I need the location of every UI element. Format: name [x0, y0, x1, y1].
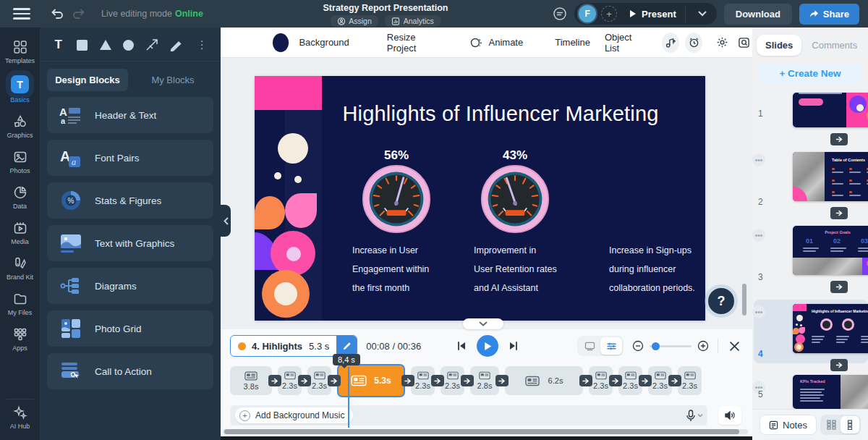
slide-thumbnail-1[interactable]	[793, 93, 868, 127]
microphone-button[interactable]	[686, 410, 703, 422]
create-new-slide-button[interactable]: + Create New	[758, 63, 862, 83]
transition-icon[interactable]	[495, 375, 509, 386]
present-button[interactable]: Present	[622, 6, 686, 22]
volume-button[interactable]	[718, 406, 741, 425]
object-list-label[interactable]: Object List	[605, 32, 643, 54]
resize-project-label[interactable]: Resize Project	[387, 32, 439, 54]
canvas-vertical-scrollbar[interactable]	[742, 284, 746, 316]
square-shape-tool[interactable]	[73, 36, 90, 54]
notes-button[interactable]: Notes	[760, 415, 817, 435]
background-label[interactable]: Background	[299, 37, 349, 48]
slide-transition-button[interactable]	[830, 207, 848, 219]
pen-tool[interactable]	[167, 36, 184, 54]
settings-gear-icon[interactable]	[714, 33, 730, 52]
horizontal-scrollbar-thumb[interactable]	[224, 429, 739, 434]
play-button[interactable]	[477, 335, 498, 357]
block-font-pairs[interactable]: Aa Font Pairs	[47, 140, 213, 176]
circle-shape-tool[interactable]	[120, 36, 137, 54]
transition-icon[interactable]	[609, 375, 622, 386]
sidebar-item-data[interactable]: Data	[0, 180, 40, 216]
analytics-button[interactable]: Analytics	[385, 15, 441, 27]
stat-value-2[interactable]: 43%	[480, 148, 550, 163]
download-button[interactable]: Download	[724, 4, 792, 25]
assign-button[interactable]: Assign	[330, 15, 379, 27]
avatar[interactable]: F	[579, 5, 596, 22]
animate-label[interactable]: Animate	[489, 37, 524, 48]
present-options-chevron-icon[interactable]	[691, 8, 714, 20]
sidebar-item-brand-kit[interactable]: Brand Kit	[0, 251, 40, 287]
document-title[interactable]: Strategy Report Presentation	[323, 3, 448, 13]
transition-icon[interactable]	[328, 375, 341, 386]
transition-icon[interactable]	[579, 375, 592, 386]
sidebar-item-media[interactable]: Media	[0, 216, 40, 251]
comments-icon[interactable]	[553, 7, 567, 21]
help-button[interactable]: ?	[708, 288, 734, 314]
slide-title[interactable]: Highlights of Influencer Marketing	[341, 102, 660, 126]
tab-slides[interactable]: Slides	[757, 35, 801, 56]
transition-icon[interactable]	[668, 375, 681, 386]
tab-my-blocks[interactable]: My Blocks	[132, 69, 213, 91]
block-header-text[interactable]: Aa Header & Text	[47, 97, 213, 133]
collapse-panel-chevron-icon[interactable]	[221, 205, 231, 237]
slide-thumbnail-3[interactable]: Project Goals 01 02 03	[793, 226, 868, 275]
block-diagrams[interactable]: Diagrams	[47, 268, 213, 304]
transition-icon[interactable]	[401, 375, 414, 386]
timeline-label[interactable]: Timeline	[555, 37, 590, 48]
close-timeline-icon[interactable]	[727, 342, 742, 351]
share-button[interactable]: Share	[799, 4, 859, 25]
collapse-timeline-chevron-icon[interactable]	[463, 318, 503, 329]
slide-transition-button[interactable]	[830, 281, 848, 293]
sidebar-item-photos[interactable]: Photos	[0, 145, 40, 180]
undo-icon[interactable]	[51, 8, 64, 20]
gauge-chart-1[interactable]	[362, 164, 431, 234]
timer-icon[interactable]	[685, 33, 702, 53]
grid-view-button[interactable]	[822, 416, 841, 433]
zoom-slider-handle[interactable]	[652, 342, 660, 350]
add-background-music-button[interactable]: + Add Background Music	[235, 407, 353, 423]
block-call-to-action[interactable]: Call to Action	[47, 353, 213, 389]
transition-icon[interactable]	[461, 375, 474, 386]
slide-thumbnail-4[interactable]: Highlights of Influencer Marketing	[793, 304, 868, 353]
hamburger-menu-icon[interactable]	[13, 5, 30, 22]
transition-icon[interactable]	[431, 375, 444, 386]
horizontal-scrollbar-track[interactable]	[223, 429, 748, 434]
preview-icon[interactable]	[736, 33, 752, 52]
timeline-zoom-slider[interactable]	[650, 345, 692, 347]
slide-thumbnail-2[interactable]: Table of Contents	[793, 152, 868, 201]
slide-thumbnail-5[interactable]: KPIs Tracked	[793, 375, 868, 409]
stat-value-1[interactable]: 56%	[362, 148, 431, 163]
stat-text-2[interactable]: Improvement inUser Retention ratesand AI…	[474, 241, 582, 297]
list-view-button[interactable]	[841, 416, 859, 433]
text-tool[interactable]: T	[50, 36, 67, 54]
playhead[interactable]	[348, 367, 349, 428]
sidebar-item-my-files[interactable]: My Files	[0, 287, 40, 322]
add-music-icon[interactable]	[662, 33, 679, 53]
slide-transition-button[interactable]	[830, 359, 848, 371]
block-text-with-graphics[interactable]: Text with Graphics	[47, 225, 213, 261]
slide-options-handle[interactable]: •••	[752, 229, 765, 242]
gauge-chart-2[interactable]	[480, 164, 550, 234]
more-tools-kebab-icon[interactable]: ⋮	[194, 36, 210, 54]
slide-canvas[interactable]: Highlights of Influencer Marketing 56%	[255, 76, 705, 321]
transition-icon[interactable]	[298, 375, 311, 386]
block-stats-figures[interactable]: % Stats & Figures	[47, 182, 213, 219]
sidebar-item-graphics[interactable]: Graphics	[0, 109, 40, 145]
slide-transition-button[interactable]	[830, 133, 848, 145]
timeline-settings-button[interactable]	[600, 337, 622, 355]
slide-options-handle[interactable]: •••	[752, 153, 765, 166]
tab-comments[interactable]: Comments	[803, 35, 866, 56]
timeline-block[interactable]: 6.2s	[505, 366, 583, 395]
next-slide-button[interactable]	[509, 341, 519, 351]
stat-text-1[interactable]: Increase in UserEngagement withinthe fir…	[352, 241, 461, 297]
slide-options-handle[interactable]: •••	[752, 305, 765, 318]
stat-text-3[interactable]: Increase in Sign-upsduring influencercol…	[609, 241, 705, 297]
timeline-block[interactable]: 2.8s	[470, 366, 499, 395]
tab-design-blocks[interactable]: Design Blocks	[47, 69, 128, 91]
line-arrow-tool[interactable]	[144, 36, 161, 54]
transition-icon[interactable]	[639, 375, 652, 386]
zoom-out-icon[interactable]	[632, 340, 644, 352]
triangle-shape-tool[interactable]	[97, 36, 114, 54]
sidebar-item-apps[interactable]: Apps	[0, 322, 40, 358]
sidebar-item-templates[interactable]: Templates	[0, 35, 40, 70]
timeline-block[interactable]: 3.8s	[230, 366, 272, 395]
